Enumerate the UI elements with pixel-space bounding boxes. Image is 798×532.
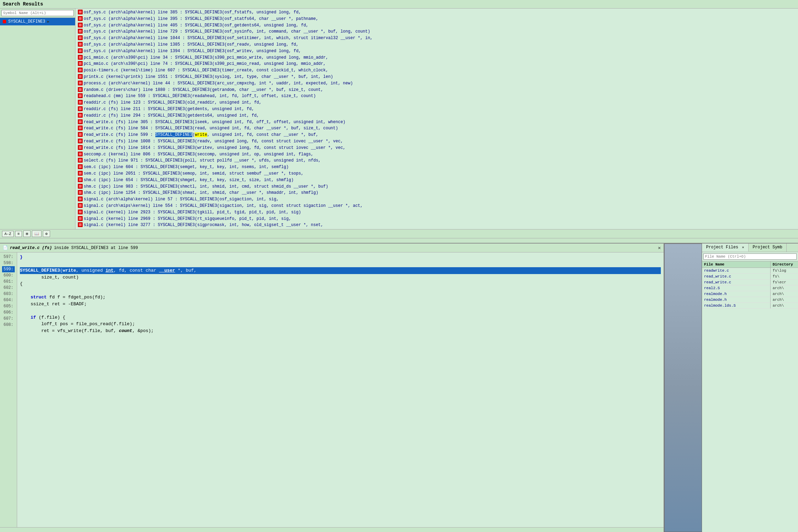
code-line[interactable]: { xyxy=(20,281,661,287)
editor-content-area[interactable]: 597:598:599:600:601:602:603:604:605:606:… xyxy=(0,252,664,527)
result-row-text: osf_sys.c (arch\alpha\kernel) line 1044 … xyxy=(84,35,373,41)
list-item[interactable]: real2.Sarch\ xyxy=(702,285,798,291)
code-line[interactable]: ret = vfs_write(f.file, buf, count, &pos… xyxy=(20,328,661,334)
list-item[interactable]: readwrite.cfs\log xyxy=(702,268,798,274)
result-row[interactable]: pci_mmio.c (arch\s390\pci) line 74 : SYS… xyxy=(75,61,798,67)
result-row[interactable]: osf_sys.c (arch\alpha\kernel) line 1044 … xyxy=(75,35,798,42)
code-line[interactable]: size_t, count) xyxy=(20,274,661,281)
result-row[interactable]: seccomp.c (kernel) line 806 : SYSCALL_DE… xyxy=(75,151,798,158)
result-row[interactable]: readahead.c (mm) line 559 : SYSCALL_DEFI… xyxy=(75,93,798,99)
code-line[interactable]: } xyxy=(20,254,661,261)
code-line[interactable] xyxy=(20,287,661,294)
code-line[interactable]: ssize_t ret = -EBADF; xyxy=(20,301,661,308)
file-icon: 📄 xyxy=(3,245,8,250)
file-name-cell: realmode.h xyxy=(702,291,771,297)
toolbar-settings-icon[interactable]: ⚙ xyxy=(43,230,50,237)
result-row[interactable]: osf_sys.c (arch\alpha\kernel) line 395 :… xyxy=(75,16,798,22)
file-dir-cell: arch\ xyxy=(771,285,798,291)
result-row[interactable]: signal.c (arch\mips\kernel) line 554 : S… xyxy=(75,203,798,209)
right-tab-bar: Project Files ✕ Project Symb xyxy=(702,244,798,252)
search-results-header: Search Results xyxy=(0,0,798,9)
file-search-input[interactable] xyxy=(703,253,797,260)
code-line[interactable]: struct fd f = fdget_pos(fd); xyxy=(20,294,661,301)
result-row[interactable]: shm.c (ipc) line 983 : SYSCALL_DEFINE3(s… xyxy=(75,184,798,190)
list-item[interactable]: realmode.harch\ xyxy=(702,291,798,297)
tab-project-files[interactable]: Project Files ✕ xyxy=(702,244,749,252)
file-dir-cell: fs\ xyxy=(771,274,798,279)
code-thumbnail xyxy=(664,244,702,532)
code-line[interactable]: SYSCALL_DEFINE3(write, unsigned int, fd,… xyxy=(20,267,661,274)
result-row[interactable]: pci_mmio.c (arch\s390\pci) line 34 : SYS… xyxy=(75,55,798,61)
result-row[interactable]: signal.c (kernel) line 3277 : SYSCALL_DE… xyxy=(75,222,798,228)
result-row-icon xyxy=(77,177,84,182)
code-line[interactable]: if (f.file) { xyxy=(20,314,661,321)
result-row[interactable]: readdir.c (fs) line 211 : SYSCALL_DEFINE… xyxy=(75,106,798,113)
result-row-icon xyxy=(77,93,84,98)
result-row[interactable]: sem.c (ipc) line 2051 : SYSCALL_DEFINE3(… xyxy=(75,170,798,177)
result-row[interactable]: shm.c (ipc) line 654 : SYSCALL_DEFINE3(s… xyxy=(75,177,798,184)
result-row[interactable]: process.c (arch\arc\kernel) line 44 : SY… xyxy=(75,80,798,87)
result-row[interactable]: signal.c (arch\alpha\kernel) line 57 : S… xyxy=(75,196,798,203)
result-row-text: process.c (arch\arc\kernel) line 44 : SY… xyxy=(84,81,353,86)
result-row[interactable]: shm.c (ipc) line 1254 : SYSCALL_DEFINE3(… xyxy=(75,190,798,196)
file-name-cell: realmode.lds.S xyxy=(702,303,771,308)
list-item[interactable]: realmode.harch\ xyxy=(702,297,798,303)
code-line[interactable] xyxy=(20,261,661,268)
result-row[interactable]: select.c (fs) line 971 : SYSCALL_DEFINE3… xyxy=(75,157,798,164)
sidebar-scroll-right[interactable]: ▶ xyxy=(47,19,50,24)
result-row-icon xyxy=(77,68,84,72)
results-hscrollbar[interactable] xyxy=(0,238,798,243)
red-square-icon xyxy=(2,19,7,24)
result-row[interactable]: read_write.c (fs) line 599 : SYSCALL_DEF… xyxy=(75,132,798,138)
result-row[interactable]: posix-timers.c (kernel\time) line 607 : … xyxy=(75,67,798,74)
result-row-icon xyxy=(77,171,84,176)
code-line[interactable] xyxy=(20,307,661,314)
result-row[interactable]: read_write.c (fs) line 584 : SYSCALL_DEF… xyxy=(75,125,798,132)
editor-hscrollbar[interactable] xyxy=(0,527,664,532)
result-row[interactable]: read_write.c (fs) line 1008 : SYSCALL_DE… xyxy=(75,138,798,145)
list-item[interactable]: realmode.lds.Sarch\ xyxy=(702,303,798,309)
result-row[interactable]: osf_sys.c (arch\alpha\kernel) line 729 :… xyxy=(75,28,798,35)
result-row[interactable]: signal.c (kernel) line 2969 : SYSCALL_DE… xyxy=(75,216,798,222)
tab-project-files-close[interactable]: ✕ xyxy=(742,246,744,249)
toolbar-list-icon[interactable]: ≡ xyxy=(15,231,22,237)
toolbar-grid-icon[interactable]: ⊞ xyxy=(23,230,31,237)
search-results-title: Search Results xyxy=(3,1,43,7)
result-row[interactable]: sem.c (ipc) line 604 : SYSCALL_DEFINE3(s… xyxy=(75,164,798,170)
toolbar-book-icon[interactable]: 📖 xyxy=(32,230,41,237)
tab-project-symbols-label: Project Symb xyxy=(753,245,782,250)
symbol-search-input[interactable] xyxy=(1,10,74,16)
code-content[interactable]: }SYSCALL_DEFINE3(write, unsigned int, fd… xyxy=(17,252,664,527)
result-row[interactable]: read_write.c (fs) line 1014 : SYSCALL_DE… xyxy=(75,145,798,151)
result-row[interactable]: read_write.c (fs) line 305 : SYSCALL_DEF… xyxy=(75,119,798,126)
result-row-icon xyxy=(77,145,84,150)
list-item[interactable]: read_write.cfs\ecr xyxy=(702,280,798,285)
search-results-panel: Search Results SYSCALL_DEFINE3 ▶ osf_sys… xyxy=(0,0,798,244)
result-row[interactable]: osf_sys.c (arch\alpha\kernel) line 405 :… xyxy=(75,22,798,29)
sidebar-item-syscall[interactable]: SYSCALL_DEFINE3 ▶ xyxy=(0,18,75,25)
toolbar-az[interactable]: A-Z xyxy=(2,231,14,237)
result-row[interactable]: signal.c (kernel) line 2923 : SYSCALL_DE… xyxy=(75,209,798,216)
list-item[interactable]: read_write.cfs\ xyxy=(702,274,798,280)
result-row-icon xyxy=(77,29,84,34)
result-row[interactable]: osf_sys.c (arch\alpha\kernel) line 385 :… xyxy=(75,9,798,16)
result-row-icon xyxy=(77,61,84,66)
result-row[interactable]: printk.c (kernel\printk) line 1551 : SYS… xyxy=(75,74,798,80)
result-row-text: readahead.c (mm) line 559 : SYSCALL_DEFI… xyxy=(84,93,316,99)
editor-close-button[interactable]: ✕ xyxy=(658,245,661,251)
tab-project-files-label: Project Files xyxy=(706,245,738,250)
code-line[interactable]: loff_t pos = file_pos_read(f.file); xyxy=(20,321,661,328)
result-row[interactable]: random.c (drivers\char) line 1880 : SYSC… xyxy=(75,87,798,93)
result-row[interactable]: readdir.c (fs) line 123 : SYSCALL_DEFINE… xyxy=(75,99,798,106)
tab-project-symbols[interactable]: Project Symb xyxy=(749,244,787,252)
result-row-text: osf_sys.c (arch\alpha\kernel) line 385 :… xyxy=(84,10,301,15)
results-list[interactable]: osf_sys.c (arch\alpha\kernel) line 385 :… xyxy=(75,9,798,229)
sidebar-item-label: SYSCALL_DEFINE3 xyxy=(8,19,45,24)
line-number: 603: xyxy=(2,291,15,297)
highlight-arg: write xyxy=(195,132,207,137)
result-row-icon xyxy=(77,119,84,124)
result-row[interactable]: osf_sys.c (arch\alpha\kernel) line 1385 … xyxy=(75,42,798,48)
result-row[interactable]: osf_sys.c (arch\alpha\kernel) line 1394 … xyxy=(75,48,798,55)
result-row[interactable]: readdir.c (fs) line 294 : SYSCALL_DEFINE… xyxy=(75,113,798,119)
search-toolbar: A-Z ≡ ⊞ 📖 ⚙ xyxy=(0,229,798,238)
